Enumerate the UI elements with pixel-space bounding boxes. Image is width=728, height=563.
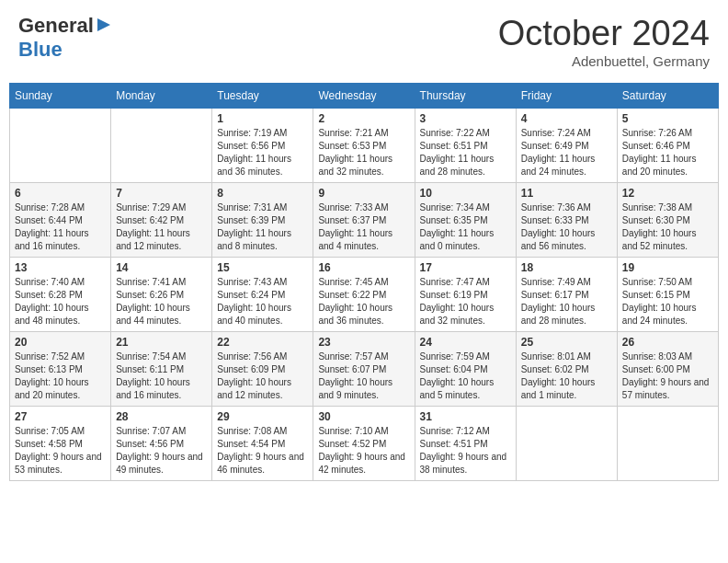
day-info: Sunrise: 7:31 AM Sunset: 6:39 PM Dayligh… <box>217 201 308 253</box>
calendar-cell: 1Sunrise: 7:19 AM Sunset: 6:56 PM Daylig… <box>212 109 313 183</box>
day-info: Sunrise: 7:34 AM Sunset: 6:35 PM Dayligh… <box>420 201 511 253</box>
day-info: Sunrise: 7:29 AM Sunset: 6:42 PM Dayligh… <box>116 201 207 253</box>
day-number: 16 <box>318 261 409 274</box>
day-info: Sunrise: 8:03 AM Sunset: 6:00 PM Dayligh… <box>622 350 713 402</box>
day-info: Sunrise: 7:45 AM Sunset: 6:22 PM Dayligh… <box>318 276 409 327</box>
day-number: 22 <box>217 336 308 349</box>
calendar-cell: 20Sunrise: 7:52 AM Sunset: 6:13 PM Dayli… <box>10 332 111 407</box>
day-info: Sunrise: 7:08 AM Sunset: 4:54 PM Dayligh… <box>217 425 308 477</box>
calendar-cell: 23Sunrise: 7:57 AM Sunset: 6:07 PM Dayli… <box>313 332 415 407</box>
day-info: Sunrise: 7:12 AM Sunset: 4:51 PM Dayligh… <box>420 425 511 477</box>
day-number: 11 <box>521 187 612 200</box>
day-number: 12 <box>622 187 713 200</box>
day-info: Sunrise: 7:47 AM Sunset: 6:19 PM Dayligh… <box>420 276 511 327</box>
calendar-cell: 5Sunrise: 7:26 AM Sunset: 6:46 PM Daylig… <box>617 109 718 183</box>
day-number: 18 <box>521 261 612 274</box>
calendar-cell: 2Sunrise: 7:21 AM Sunset: 6:53 PM Daylig… <box>313 109 415 183</box>
day-info: Sunrise: 7:05 AM Sunset: 4:58 PM Dayligh… <box>15 425 106 477</box>
day-info: Sunrise: 7:40 AM Sunset: 6:28 PM Dayligh… <box>15 276 106 327</box>
calendar-cell: 7Sunrise: 7:29 AM Sunset: 6:42 PM Daylig… <box>111 183 212 258</box>
calendar-cell: 21Sunrise: 7:54 AM Sunset: 6:11 PM Dayli… <box>111 332 212 407</box>
calendar-cell: 19Sunrise: 7:50 AM Sunset: 6:15 PM Dayli… <box>617 258 718 332</box>
day-number: 3 <box>420 112 511 125</box>
day-info: Sunrise: 7:56 AM Sunset: 6:09 PM Dayligh… <box>217 350 308 402</box>
calendar-cell <box>617 407 718 481</box>
day-info: Sunrise: 7:57 AM Sunset: 6:07 PM Dayligh… <box>318 350 409 402</box>
calendar-cell: 10Sunrise: 7:34 AM Sunset: 6:35 PM Dayli… <box>415 183 516 258</box>
day-info: Sunrise: 7:28 AM Sunset: 6:44 PM Dayligh… <box>15 201 106 253</box>
calendar-cell: 15Sunrise: 7:43 AM Sunset: 6:24 PM Dayli… <box>212 258 313 332</box>
calendar-week-row: 27Sunrise: 7:05 AM Sunset: 4:58 PM Dayli… <box>10 407 719 481</box>
calendar-cell <box>516 407 617 481</box>
calendar-cell <box>10 109 111 183</box>
weekday-header: Saturday <box>617 84 718 109</box>
day-info: Sunrise: 7:59 AM Sunset: 6:04 PM Dayligh… <box>420 350 511 402</box>
day-info: Sunrise: 7:49 AM Sunset: 6:17 PM Dayligh… <box>521 276 612 327</box>
calendar-cell: 24Sunrise: 7:59 AM Sunset: 6:04 PM Dayli… <box>415 332 516 407</box>
calendar-cell: 22Sunrise: 7:56 AM Sunset: 6:09 PM Dayli… <box>212 332 313 407</box>
day-number: 2 <box>318 112 409 125</box>
logo: General Blue <box>18 14 112 62</box>
calendar-table: SundayMondayTuesdayWednesdayThursdayFrid… <box>9 83 719 481</box>
calendar-cell: 31Sunrise: 7:12 AM Sunset: 4:51 PM Dayli… <box>415 407 516 481</box>
calendar-week-row: 6Sunrise: 7:28 AM Sunset: 6:44 PM Daylig… <box>10 183 719 258</box>
logo-arrow-icon <box>96 17 112 33</box>
weekday-header: Wednesday <box>313 84 415 109</box>
day-info: Sunrise: 7:24 AM Sunset: 6:49 PM Dayligh… <box>521 127 612 178</box>
day-info: Sunrise: 7:21 AM Sunset: 6:53 PM Dayligh… <box>318 127 409 178</box>
weekday-header: Sunday <box>10 84 111 109</box>
calendar-week-row: 1Sunrise: 7:19 AM Sunset: 6:56 PM Daylig… <box>10 109 719 183</box>
calendar-week-row: 13Sunrise: 7:40 AM Sunset: 6:28 PM Dayli… <box>10 258 719 332</box>
day-number: 5 <box>622 112 713 125</box>
calendar-cell: 29Sunrise: 7:08 AM Sunset: 4:54 PM Dayli… <box>212 407 313 481</box>
day-number: 6 <box>15 187 106 200</box>
day-number: 30 <box>318 410 409 423</box>
day-number: 10 <box>420 187 511 200</box>
calendar-cell: 9Sunrise: 7:33 AM Sunset: 6:37 PM Daylig… <box>313 183 415 258</box>
location-subtitle: Adenbuettel, Germany <box>498 53 710 69</box>
logo-blue: Blue <box>18 38 63 61</box>
day-info: Sunrise: 7:41 AM Sunset: 6:26 PM Dayligh… <box>116 276 207 327</box>
day-number: 8 <box>217 187 308 200</box>
day-info: Sunrise: 7:43 AM Sunset: 6:24 PM Dayligh… <box>217 276 308 327</box>
day-number: 24 <box>420 336 511 349</box>
day-number: 13 <box>15 261 106 274</box>
calendar-cell: 25Sunrise: 8:01 AM Sunset: 6:02 PM Dayli… <box>516 332 617 407</box>
day-info: Sunrise: 7:07 AM Sunset: 4:56 PM Dayligh… <box>116 425 207 477</box>
day-number: 31 <box>420 410 511 423</box>
weekday-header: Monday <box>111 84 212 109</box>
day-info: Sunrise: 7:10 AM Sunset: 4:52 PM Dayligh… <box>318 425 409 477</box>
day-number: 21 <box>116 336 207 349</box>
day-number: 4 <box>521 112 612 125</box>
day-number: 14 <box>116 261 207 274</box>
day-info: Sunrise: 7:19 AM Sunset: 6:56 PM Dayligh… <box>217 127 308 178</box>
day-info: Sunrise: 7:38 AM Sunset: 6:30 PM Dayligh… <box>622 201 713 253</box>
day-info: Sunrise: 7:33 AM Sunset: 6:37 PM Dayligh… <box>318 201 409 253</box>
calendar-cell: 14Sunrise: 7:41 AM Sunset: 6:26 PM Dayli… <box>111 258 212 332</box>
calendar-cell <box>111 109 212 183</box>
day-number: 26 <box>622 336 713 349</box>
day-number: 25 <box>521 336 612 349</box>
day-number: 20 <box>15 336 106 349</box>
svg-marker-0 <box>97 18 110 31</box>
calendar-cell: 17Sunrise: 7:47 AM Sunset: 6:19 PM Dayli… <box>415 258 516 332</box>
day-number: 28 <box>116 410 207 423</box>
weekday-header: Tuesday <box>212 84 313 109</box>
calendar-cell: 26Sunrise: 8:03 AM Sunset: 6:00 PM Dayli… <box>617 332 718 407</box>
calendar-cell: 18Sunrise: 7:49 AM Sunset: 6:17 PM Dayli… <box>516 258 617 332</box>
day-info: Sunrise: 7:36 AM Sunset: 6:33 PM Dayligh… <box>521 201 612 253</box>
calendar-cell: 8Sunrise: 7:31 AM Sunset: 6:39 PM Daylig… <box>212 183 313 258</box>
day-info: Sunrise: 7:50 AM Sunset: 6:15 PM Dayligh… <box>622 276 713 327</box>
day-number: 15 <box>217 261 308 274</box>
day-info: Sunrise: 8:01 AM Sunset: 6:02 PM Dayligh… <box>521 350 612 402</box>
calendar-cell: 16Sunrise: 7:45 AM Sunset: 6:22 PM Dayli… <box>313 258 415 332</box>
calendar-cell: 3Sunrise: 7:22 AM Sunset: 6:51 PM Daylig… <box>415 109 516 183</box>
calendar-cell: 27Sunrise: 7:05 AM Sunset: 4:58 PM Dayli… <box>10 407 111 481</box>
day-number: 17 <box>420 261 511 274</box>
calendar-cell: 28Sunrise: 7:07 AM Sunset: 4:56 PM Dayli… <box>111 407 212 481</box>
calendar-cell: 13Sunrise: 7:40 AM Sunset: 6:28 PM Dayli… <box>10 258 111 332</box>
calendar-cell: 11Sunrise: 7:36 AM Sunset: 6:33 PM Dayli… <box>516 183 617 258</box>
day-number: 29 <box>217 410 308 423</box>
page-header: General Blue October 2024 Adenbuettel, G… <box>9 9 719 74</box>
calendar-week-row: 20Sunrise: 7:52 AM Sunset: 6:13 PM Dayli… <box>10 332 719 407</box>
